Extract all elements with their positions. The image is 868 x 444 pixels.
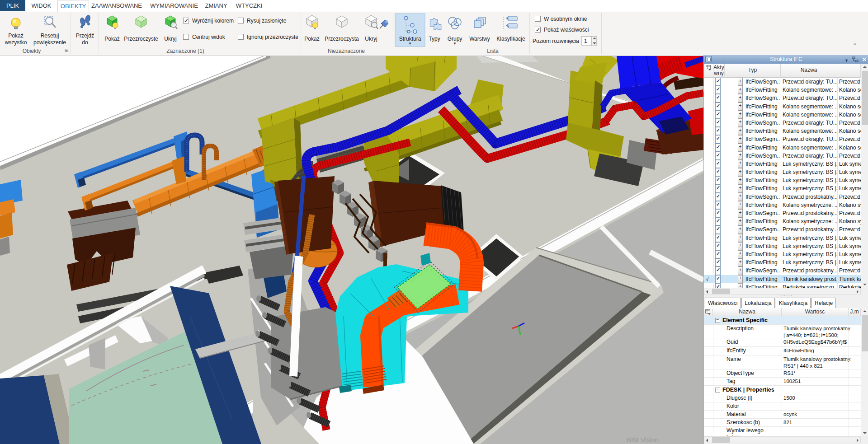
- svg-text:BIM Vision: BIM Vision: [627, 436, 659, 444]
